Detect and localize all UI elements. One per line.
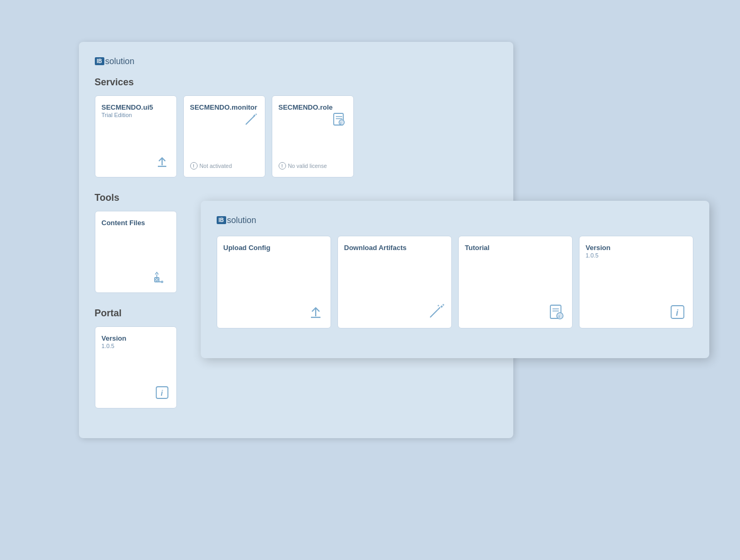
no-license-status: ! No valid license bbox=[279, 162, 347, 170]
svg-text:✦: ✦ bbox=[437, 304, 440, 307]
fg-logo-box: IB bbox=[217, 216, 226, 224]
info-icon: i bbox=[102, 385, 170, 401]
fg-panel: IB solution Upload Config bbox=[201, 201, 709, 358]
not-activated-status: ! Not activated bbox=[190, 162, 258, 170]
svg-point-12 bbox=[156, 279, 158, 281]
svg-text:✦: ✦ bbox=[255, 113, 257, 116]
bg-logo: IB solution bbox=[95, 57, 497, 66]
content-icon bbox=[102, 269, 170, 285]
upload-icon bbox=[224, 304, 324, 321]
card-upload-config[interactable]: Upload Config bbox=[217, 236, 331, 328]
card-tutorial[interactable]: Tutorial i bbox=[458, 236, 573, 328]
svg-text:✦: ✦ bbox=[442, 303, 445, 307]
bg-logo-text: solution bbox=[105, 57, 135, 66]
svg-point-28 bbox=[557, 313, 563, 319]
card-version-number: 1.0.5 bbox=[586, 252, 686, 259]
card-title: SECMENDO.role bbox=[279, 103, 347, 112]
svg-line-2 bbox=[246, 118, 252, 125]
card-secmendo-ui5[interactable]: SECMENDO.ui5 Trial Edition bbox=[95, 95, 177, 177]
svg-text:i: i bbox=[161, 389, 163, 397]
svg-text:i: i bbox=[340, 121, 341, 125]
status-text: Not activated bbox=[200, 163, 232, 169]
tutorial-icon: i bbox=[465, 304, 566, 321]
bg-logo-box: IB bbox=[95, 57, 104, 65]
card-title: Content Files bbox=[102, 219, 170, 228]
svg-text:i: i bbox=[558, 314, 559, 319]
card-subtitle: Trial Edition bbox=[102, 112, 170, 118]
services-cards-row: SECMENDO.ui5 Trial Edition SECMENDO.moni… bbox=[95, 95, 497, 177]
svg-line-20 bbox=[430, 310, 438, 317]
tutorial-icon: i bbox=[279, 112, 347, 128]
card-content-files[interactable]: Content Files bbox=[95, 211, 177, 293]
fg-logo-text: solution bbox=[227, 216, 256, 225]
svg-point-14 bbox=[161, 281, 163, 282]
svg-text:i: i bbox=[676, 308, 679, 317]
status-text: No valid license bbox=[288, 163, 327, 169]
card-version-number: 1.0.5 bbox=[102, 343, 170, 349]
card-version-fg[interactable]: Version 1.0.5 i bbox=[579, 236, 693, 328]
card-title: SECMENDO.monitor bbox=[190, 103, 258, 112]
warning-icon: ! bbox=[190, 162, 198, 170]
fg-logo: IB solution bbox=[217, 216, 693, 225]
card-title: Upload Config bbox=[224, 244, 324, 253]
card-download-artifacts[interactable]: Download Artifacts ✦ ✦ ✦ bbox=[337, 236, 452, 328]
warning-icon: ! bbox=[279, 162, 286, 170]
services-title: Services bbox=[95, 77, 497, 88]
card-title: Download Artifacts bbox=[344, 244, 445, 253]
svg-point-9 bbox=[339, 120, 344, 125]
upload-icon bbox=[102, 154, 170, 170]
card-secmendo-monitor[interactable]: SECMENDO.monitor ✦ ✦ ! Not activated bbox=[183, 95, 265, 177]
card-version[interactable]: Version 1.0.5 i bbox=[95, 326, 177, 408]
card-title: Tutorial bbox=[465, 244, 566, 253]
info-icon: i bbox=[586, 304, 686, 321]
svg-rect-11 bbox=[155, 278, 159, 282]
fg-cards-row: Upload Config Download Artifacts bbox=[217, 236, 693, 328]
card-title: Version bbox=[586, 244, 686, 253]
card-title: Version bbox=[102, 334, 170, 343]
wand-icon: ✦ ✦ bbox=[190, 112, 258, 128]
wand-icon: ✦ ✦ ✦ bbox=[344, 304, 445, 321]
card-secmendo-role[interactable]: SECMENDO.role i ! No valid license bbox=[272, 95, 354, 177]
card-title: SECMENDO.ui5 bbox=[102, 103, 170, 112]
